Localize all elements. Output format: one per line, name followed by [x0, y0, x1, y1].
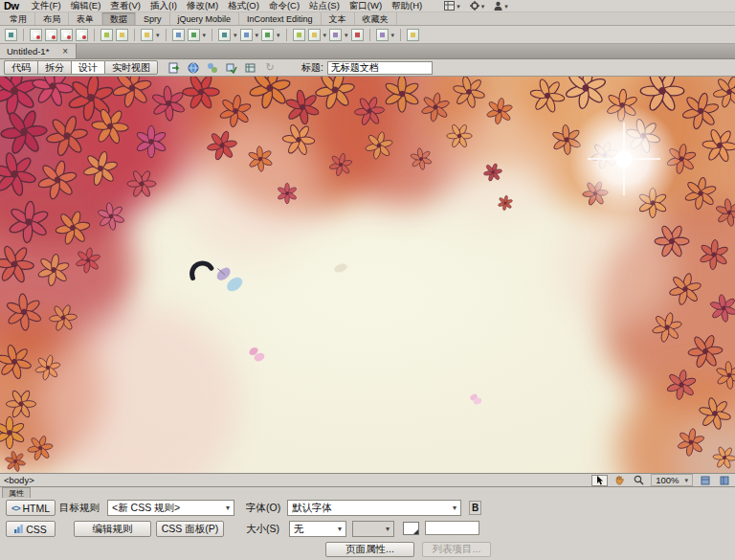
browser-compat-icon[interactable] [225, 61, 238, 75]
text-color-field[interactable] [425, 521, 479, 535]
css-mode-label: CSS [26, 524, 47, 535]
menu-insert[interactable]: 插入(I) [145, 0, 182, 12]
insert-tool-icon[interactable] [188, 29, 200, 41]
bold-button[interactable]: B [469, 501, 481, 515]
zoom-tool-icon[interactable] [632, 475, 646, 486]
file-management-icon[interactable] [167, 61, 181, 75]
zoom-level-select[interactable]: 100% ▾ [651, 474, 693, 486]
chevron-down-icon: ▾ [391, 32, 395, 38]
menu-window[interactable]: 窗口(W) [345, 0, 387, 12]
tab-favorites[interactable]: 收藏夹 [355, 12, 397, 25]
design-view-button[interactable]: 设计 [71, 60, 104, 75]
refresh-icon: ↻ [263, 61, 277, 75]
insert-tool-icon[interactable] [218, 29, 231, 41]
split-view-button[interactable]: 拆分 [37, 60, 71, 75]
properties-panel: 属性 <> HTML 目标规则 <新 CSS 规则> ▾ 字体(O) 默认字体 … [0, 486, 735, 560]
insert-tool-icon[interactable] [45, 29, 57, 41]
insert-tool-icon[interactable] [100, 29, 113, 41]
insert-tool-icon[interactable] [116, 29, 128, 41]
html-mode-label: HTML [22, 503, 50, 514]
target-rule-value: <新 CSS 规则> [112, 502, 180, 515]
target-rule-select[interactable]: <新 CSS 规则> ▾ [107, 500, 234, 516]
download-stats-icon[interactable] [717, 475, 731, 486]
live-view-button[interactable]: 实时视图 [104, 60, 158, 75]
insert-tool-icon[interactable] [172, 29, 185, 41]
close-icon[interactable]: × [62, 47, 68, 56]
dreamweaver-logo: Dw [4, 0, 19, 11]
chevron-down-icon: ▾ [386, 526, 390, 533]
design-view-canvas[interactable] [0, 77, 735, 473]
tab-forms[interactable]: 表单 [69, 12, 102, 25]
code-icon: <> [11, 504, 20, 513]
html-mode-button[interactable]: <> HTML [6, 500, 56, 516]
toolbar-separator [23, 29, 24, 41]
status-bar: <body> 100% ▾ [0, 473, 735, 486]
insert-tool-icon[interactable] [240, 29, 253, 41]
menu-file[interactable]: 文件(F) [27, 0, 66, 12]
user-icon[interactable]: ▾ [494, 1, 508, 11]
insert-tool-icon[interactable] [261, 29, 274, 41]
toolbar-separator [400, 29, 401, 41]
insert-tool-icon[interactable] [5, 29, 17, 41]
hand-tool-icon[interactable] [612, 475, 627, 486]
menu-edit[interactable]: 编辑(E) [66, 0, 106, 12]
workspace-switcher-icon[interactable]: ▾ [444, 1, 460, 11]
code-view-button[interactable]: 代码 [4, 60, 37, 75]
size-label: 大小(S) [246, 521, 279, 537]
document-toolbar: 代码 拆分 设计 实时视图 ↻ 标题: [0, 59, 735, 77]
tab-common[interactable]: 常用 [2, 12, 35, 25]
edit-rule-button[interactable]: 编辑规则 [74, 521, 151, 537]
insert-tool-icon[interactable] [30, 29, 42, 41]
insert-tool-icon[interactable] [308, 29, 321, 41]
menu-help[interactable]: 帮助(H) [387, 0, 427, 12]
chevron-down-icon: ▾ [338, 526, 342, 533]
tag-selector-body[interactable]: <body> [4, 475, 34, 485]
menu-format[interactable]: 格式(O) [223, 0, 264, 12]
document-tab[interactable]: Untitled-1* × [0, 44, 77, 58]
validate-icon[interactable] [206, 61, 219, 75]
preview-in-browser-icon[interactable] [187, 61, 200, 75]
chevron-down-icon: ▾ [156, 32, 160, 38]
toolbar-separator [166, 29, 167, 41]
document-tab-title: Untitled-1* [7, 46, 49, 56]
tab-incontext-editing[interactable]: InContext Editing [239, 12, 322, 25]
text-color-swatch[interactable] [403, 522, 419, 535]
menu-site[interactable]: 站点(S) [304, 0, 345, 12]
menu-commands[interactable]: 命令(C) [264, 0, 304, 12]
toolbar-separator [134, 29, 135, 41]
properties-panel-tab[interactable]: 属性 [2, 487, 31, 498]
document-tab-bar: Untitled-1* × [0, 44, 735, 59]
document-title-input[interactable] [327, 61, 433, 75]
insert-tool-icon[interactable] [76, 29, 88, 41]
tab-data[interactable]: 数据 [102, 12, 136, 25]
tab-text[interactable]: 文本 [322, 12, 355, 25]
insert-tool-icon[interactable] [407, 29, 419, 41]
insert-tool-icon[interactable] [329, 29, 342, 41]
css-mode-button[interactable]: CSS [6, 521, 56, 537]
insert-tool-icon[interactable] [376, 29, 389, 41]
page-properties-button[interactable]: 页面属性... [325, 542, 414, 557]
gear-icon[interactable]: ▾ [470, 1, 485, 11]
insert-tool-icon[interactable] [351, 29, 364, 41]
menu-view[interactable]: 查看(V) [105, 0, 145, 12]
insert-tool-icon[interactable] [60, 29, 73, 41]
size-select[interactable]: 无 ▾ [289, 521, 346, 537]
tab-layout[interactable]: 布局 [35, 12, 69, 25]
font-select[interactable]: 默认字体 ▾ [287, 500, 461, 516]
refresh-glyph: ↻ [265, 61, 274, 74]
css-panel-button[interactable]: CSS 面板(P) [156, 521, 224, 537]
pointer-tool-icon[interactable] [591, 475, 608, 486]
toolbar-separator [94, 29, 95, 41]
visual-aids-icon[interactable] [244, 61, 257, 75]
insert-tool-icon[interactable] [293, 29, 305, 41]
window-size-indicator-icon[interactable] [698, 475, 712, 486]
insert-tool-icon[interactable] [141, 29, 153, 41]
list-item-button: 列表项目... [422, 542, 491, 557]
tab-spry[interactable]: Spry [136, 12, 170, 25]
doc-toolbar-icon-group: ↻ [167, 61, 277, 75]
tab-jquery-mobile[interactable]: jQuery Mobile [170, 12, 240, 25]
menu-modify[interactable]: 修改(M) [182, 0, 223, 12]
title-label: 标题: [301, 61, 323, 75]
dreamweaver-window: Dw 文件(F) 编辑(E) 查看(V) 插入(I) 修改(M) 格式(O) 命… [0, 0, 735, 560]
status-bar-tools: 100% ▾ [591, 474, 731, 486]
